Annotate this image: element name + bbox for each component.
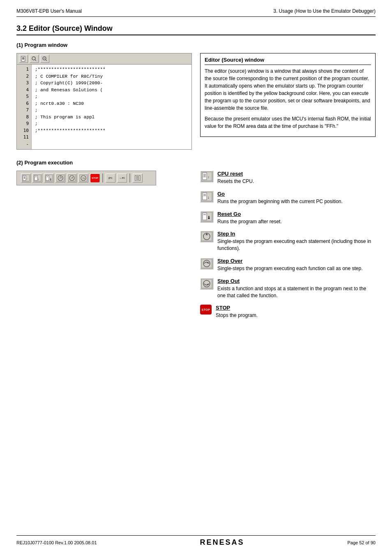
svg-line-5: [35, 60, 36, 61]
toolbar-btn-find[interactable]: [30, 55, 39, 63]
editor-info-col: Editor (Source) window The editor (sourc…: [200, 53, 376, 150]
subsection2-title: (2) Program execution: [16, 160, 376, 166]
reset-go-btn[interactable]: ⇓: [44, 173, 54, 183]
cpu-reset-title: CPU reset: [217, 171, 376, 177]
go-icon: ↓: [200, 191, 213, 202]
toolbar-btn-doc[interactable]: [19, 55, 28, 63]
step-out-desc: Exists a function and stops at a stateme…: [217, 285, 376, 299]
page-header: M306V8T-EPB User's Manual 3. Usage (How …: [16, 8, 376, 17]
editor-toolbar: [17, 53, 191, 65]
svg-text:↓: ↓: [208, 195, 210, 199]
footer-right: Page 52 of 90: [347, 540, 376, 545]
svg-rect-10: [23, 176, 26, 180]
code-area: ;************************* ; C COMPILER …: [32, 65, 109, 149]
program-window-section: 12345 678910 11- ;**********************…: [16, 53, 376, 150]
step-over-title: Step Over: [217, 258, 376, 264]
svg-rect-0: [21, 56, 25, 61]
cpu-reset-row: ↑ CPU reset Resets the CPU.: [200, 171, 376, 185]
svg-text:⇓: ⇓: [49, 178, 52, 181]
toolbar-btn-find2[interactable]: [40, 55, 49, 63]
svg-text:↑: ↑: [208, 176, 209, 179]
stop-row: STOP STOP Stops the program.: [200, 305, 376, 319]
cpu-reset-btn[interactable]: ↑: [21, 173, 31, 183]
svg-point-4: [32, 57, 35, 60]
go-title: Go: [217, 191, 376, 197]
step-over-row: Step Over Single-steps the program execu…: [200, 258, 376, 272]
to-pc-btn[interactable]: →PC: [117, 173, 127, 183]
reset-go-text: Reset Go Runs the program after reset.: [217, 211, 376, 225]
step-in-title: Step In: [217, 231, 376, 237]
step-out-text: Step Out Exists a function and stops at …: [217, 278, 376, 299]
settings-btn[interactable]: [133, 173, 143, 183]
toolbar-separator2: [129, 173, 130, 183]
line-numbers: 12345 678910 11-: [17, 65, 32, 149]
editor-info-box: Editor (Source) window The editor (sourc…: [200, 53, 376, 137]
exec-toolbar-window: ↑ ↓: [16, 171, 156, 185]
svg-text:↑: ↑: [26, 178, 28, 180]
svg-rect-46: [203, 213, 207, 220]
program-exec-section: ↑ ↓: [16, 171, 376, 325]
editor-info-para2: Because the present emulator uses the MC…: [205, 115, 371, 130]
header-right: 3. Usage (How to Use the Emulator Debugg…: [273, 8, 376, 14]
step-in-icon: [200, 231, 213, 242]
reset-go-icon: ⇓: [200, 211, 213, 222]
ipc-btn[interactable]: IPC: [106, 173, 115, 183]
svg-text:⇓: ⇓: [207, 215, 210, 220]
stop-btn[interactable]: STOP: [90, 173, 100, 183]
step-in-row: Step In Single-steps the program executi…: [200, 231, 376, 252]
reset-go-desc: Runs the program after reset.: [217, 218, 376, 225]
footer-left: REJ10J0777-0100 Rev.1.00 2005.08.01: [16, 540, 97, 545]
svg-rect-16: [35, 176, 37, 180]
svg-rect-20: [46, 176, 49, 180]
cpu-reset-icon: ↑: [200, 171, 213, 182]
step-over-desc: Single-steps the program executing each …: [217, 265, 376, 272]
editor-window: 12345 678910 11- ;**********************…: [16, 53, 192, 150]
cpu-reset-desc: Resets the CPU.: [217, 178, 376, 185]
go-desc: Runs the program beginning with the curr…: [217, 198, 376, 205]
stop-icon: STOP: [200, 305, 212, 314]
editor-window-col: 12345 678910 11- ;**********************…: [16, 53, 192, 150]
go-text: Go Runs the program beginning with the c…: [217, 191, 376, 205]
step-in-desc: Single-steps the program executing each …: [217, 238, 376, 252]
step-over-text: Step Over Single-steps the program execu…: [217, 258, 376, 272]
stop-text: STOP Stops the program.: [216, 305, 376, 319]
reset-go-row: ⇓ Reset Go Runs the program after reset.: [200, 211, 376, 225]
page: M306V8T-EPB User's Manual 3. Usage (How …: [0, 0, 392, 555]
editor-info-title: Editor (Source) window: [205, 57, 371, 65]
renesas-logo: RENESAS: [200, 538, 244, 547]
step-over-btn[interactable]: [67, 173, 77, 183]
toolbar-window-col: ↑ ↓: [16, 171, 192, 325]
reset-go-title: Reset Go: [217, 211, 376, 217]
svg-rect-41: [203, 193, 207, 200]
go-btn[interactable]: ↓: [32, 173, 42, 183]
svg-line-7: [46, 60, 47, 61]
section-title: 3.2 Editor (Source) Window: [16, 24, 376, 35]
step-in-text: Step In Single-steps the program executi…: [217, 231, 376, 252]
step-in-btn[interactable]: [55, 173, 65, 183]
step-out-row: Step Out Exists a function and stops at …: [200, 278, 376, 299]
step-out-title: Step Out: [217, 278, 376, 284]
step-out-icon: [200, 278, 213, 289]
header-left: M306V8T-EPB User's Manual: [16, 8, 82, 14]
editor-info-para1: The editor (source) window is a window t…: [205, 67, 371, 112]
step-over-icon: [200, 258, 213, 269]
step-out-btn[interactable]: [78, 173, 88, 183]
svg-text:↓: ↓: [38, 178, 39, 180]
editor-content: 12345 678910 11- ;**********************…: [17, 65, 191, 149]
go-row: ↓ Go Runs the program beginning with the…: [200, 191, 376, 205]
cpu-reset-text: CPU reset Resets the CPU.: [217, 171, 376, 185]
icons-panel: ↑ CPU reset Resets the CPU. ↓: [200, 171, 376, 325]
svg-rect-35: [203, 173, 207, 180]
subsection1-title: (1) Program window: [16, 42, 376, 48]
stop-desc: Stops the program.: [216, 312, 376, 319]
stop-title: STOP: [216, 305, 376, 311]
toolbar-separator: [102, 173, 103, 183]
page-footer: REJ10J0777-0100 Rev.1.00 2005.08.01 RENE…: [16, 535, 376, 547]
